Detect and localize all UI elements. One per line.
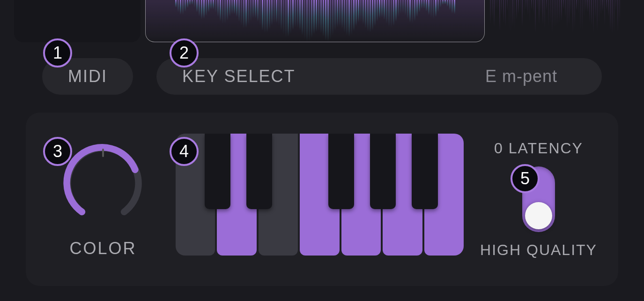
white-key-3[interactable] <box>300 134 339 256</box>
white-key-1[interactable] <box>217 134 256 256</box>
key-select-value: E m-pent <box>485 67 557 86</box>
keyboard[interactable] <box>176 134 464 256</box>
white-key-2[interactable] <box>259 134 298 256</box>
quality-top-label: 0 LATENCY <box>494 140 583 157</box>
spectrum-left-panel <box>14 0 141 42</box>
quality-bottom-label: HIGH QUALITY <box>480 241 597 259</box>
key-select-button[interactable]: KEY SELECT E m-pent <box>156 58 602 95</box>
key-select-label: KEY SELECT <box>182 67 295 86</box>
annotation-badge-5: 5 <box>511 164 540 193</box>
white-key-4[interactable] <box>341 134 381 256</box>
spectrum-area <box>14 0 630 42</box>
spectrum-main-view[interactable] <box>145 0 485 42</box>
toggle-knob <box>525 202 552 229</box>
spectrum-right-panel <box>489 0 630 42</box>
annotation-badge-1: 1 <box>43 38 72 68</box>
annotation-badge-3: 3 <box>43 137 72 166</box>
color-label: COLOR <box>69 239 136 258</box>
annotation-badge-4: 4 <box>170 137 199 166</box>
midi-label: MIDI <box>68 67 107 86</box>
color-knob[interactable] <box>61 140 145 225</box>
white-key-5[interactable] <box>383 134 422 256</box>
main-panel: COLOR 0 LATENCY HIGH QUALITY <box>26 113 618 286</box>
white-key-6[interactable] <box>424 134 464 256</box>
knob-pointer <box>102 149 104 157</box>
annotation-badge-2: 2 <box>170 38 199 68</box>
